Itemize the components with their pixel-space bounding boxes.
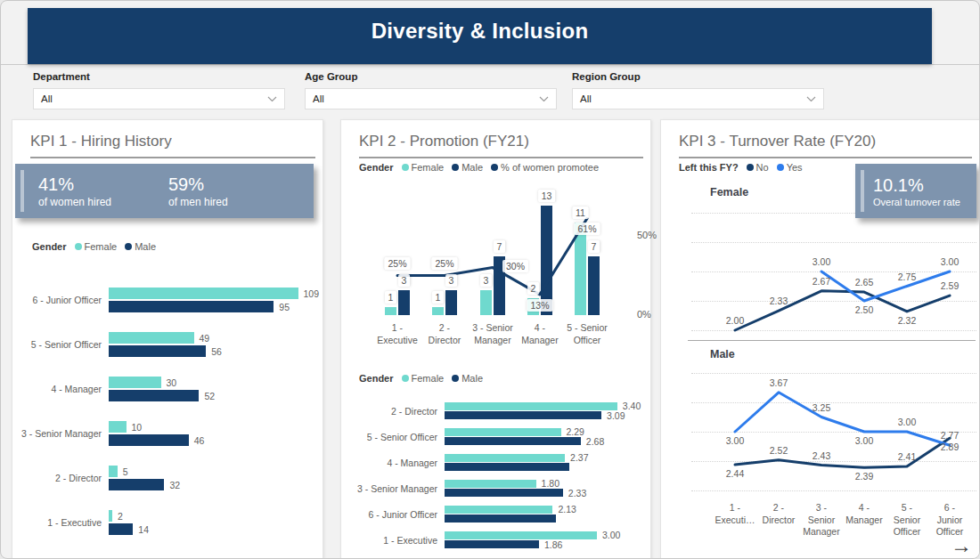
chart-row: 5 - Senior Officer4956 [20, 322, 323, 367]
bar-male[interactable] [109, 523, 133, 535]
value-label: 109 [304, 288, 320, 299]
bar-group: 4956 [109, 331, 222, 358]
bar-male[interactable] [109, 390, 199, 401]
category-label: 3 - Senior Manager [797, 502, 845, 539]
bar-line: 2.68 [445, 437, 604, 447]
bar-line: 95 [109, 300, 319, 313]
category-label: 5 - Senior Officer [20, 339, 109, 350]
data-point-label: 2.43 [801, 450, 842, 461]
legend-item[interactable]: Female [402, 373, 445, 384]
value-label: 2.33 [568, 488, 586, 498]
legend-dot-icon [402, 375, 409, 382]
hiring-kpi-card: 41% of women hired 59% of men hired [15, 164, 314, 218]
data-label: 13% [527, 299, 552, 312]
bar-male[interactable] [445, 411, 601, 419]
bar-group: 2.13 [445, 505, 576, 523]
turnover-male-line-chart: 2.442.522.432.392.412.893.003.673.253.00… [697, 367, 964, 496]
data-point-label: 3.00 [801, 256, 842, 267]
bar-female[interactable] [445, 506, 552, 514]
bar-female[interactable] [109, 510, 112, 522]
right-axis-tick: 50% [637, 230, 657, 240]
bar-female[interactable] [445, 454, 565, 462]
bar-female[interactable] [109, 421, 127, 433]
bar-line: 49 [109, 331, 222, 344]
bar-male[interactable] [109, 479, 164, 490]
bar-line: 46 [109, 433, 204, 447]
legend-item-label: Male [135, 241, 156, 252]
department-dropdown[interactable]: All [33, 88, 285, 109]
legend-item[interactable]: No [747, 162, 769, 173]
bar-group: 10995 [109, 287, 319, 313]
bar-female[interactable] [445, 402, 617, 410]
bar-male[interactable] [109, 301, 274, 312]
filter-label: Age Group [305, 71, 557, 82]
age-group-dropdown[interactable]: All [305, 88, 557, 109]
bar-female[interactable] [445, 480, 536, 488]
bar-female[interactable] [109, 466, 118, 477]
bar-male[interactable] [445, 437, 581, 445]
legend-item-label: Male [461, 162, 483, 173]
category-label: 4 - Manager [840, 502, 888, 526]
legend-item-label: Female [412, 162, 445, 173]
bar-female[interactable] [109, 377, 161, 388]
data-label: 25% [384, 257, 410, 270]
data-point-label: 2.59 [929, 280, 970, 291]
legend-dot-icon [75, 243, 82, 250]
filter-region-group: Region Group All [572, 71, 824, 109]
category-label: 6 - Junior Officer [20, 295, 109, 305]
bar-male[interactable] [109, 434, 189, 446]
bar-male[interactable] [445, 540, 539, 548]
metric-label: of women hired [38, 196, 168, 208]
data-point-label: 2.67 [801, 276, 842, 287]
data-point-label: 3.00 [715, 435, 755, 446]
category-label: 4 - Manager [348, 458, 445, 468]
bar-male[interactable] [445, 489, 563, 497]
page-title: Diversity & Inclusion [372, 19, 589, 44]
kpi1-gender-legend: GenderFemaleMale [32, 241, 156, 252]
legend-item-label: Female [85, 241, 118, 252]
legend-item[interactable]: Male [452, 373, 483, 384]
chart-row: 3 - Senior Manager1046 [20, 411, 323, 456]
legend-item[interactable]: Female [402, 162, 445, 173]
category-label: 5 - Senior Officer [883, 502, 931, 539]
dropdown-value: All [41, 93, 53, 104]
kpi1-title: KPI 1 - Hiring History [30, 133, 315, 158]
filter-label: Region Group [572, 71, 824, 82]
legend-item[interactable]: Yes [777, 162, 803, 173]
bar-female[interactable] [109, 332, 194, 344]
legend-item[interactable]: % of women promotee [491, 162, 599, 173]
bar-male[interactable] [445, 514, 556, 523]
turnover-kpi-card: 10.1% Overal turnover rate [855, 164, 976, 218]
legend-dot-icon [452, 164, 459, 171]
bar-female[interactable] [445, 428, 561, 436]
data-label: 25% [431, 257, 457, 270]
next-page-arrow-icon[interactable]: → [951, 535, 972, 556]
legend-dot-icon [402, 164, 409, 171]
region-group-dropdown[interactable]: All [572, 88, 824, 109]
legend-item[interactable]: Male [125, 241, 156, 252]
chart-row: 3 - Senior Manager1.802.33 [348, 475, 646, 501]
metric-label: Overal turnover rate [873, 197, 976, 207]
data-label: 7 [588, 240, 600, 253]
category-label: 5 - Senior Officer [559, 322, 616, 346]
category-label: 4 - Manager [20, 384, 109, 394]
bar-group: 2.292.68 [445, 427, 604, 446]
value-label: 2.13 [558, 504, 576, 514]
category-label: 6 - Junior Officer [348, 509, 445, 520]
bar-female[interactable] [109, 288, 298, 299]
legend-item[interactable]: Female [75, 241, 118, 252]
bar-female[interactable] [445, 531, 597, 539]
bar-male[interactable] [109, 345, 206, 357]
filter-label: Department [33, 71, 285, 82]
legend-item[interactable]: Male [452, 162, 483, 173]
value-label: 3.00 [602, 530, 620, 540]
bar-group: 1.802.33 [445, 479, 586, 498]
bar-male[interactable] [445, 463, 569, 471]
data-label: 1 [432, 291, 445, 304]
legend-title: Gender [359, 373, 394, 384]
chart-row: 5 - Senior Officer2.292.68 [348, 424, 646, 450]
data-point-label: 2.52 [758, 445, 799, 456]
turnover-female-line-chart: 2.002.332.672.652.322.593.002.502.753.00 [697, 207, 964, 336]
bar-line: 2.29 [445, 427, 604, 437]
chart-row: 6 - Junior Officer10995 [20, 278, 323, 322]
